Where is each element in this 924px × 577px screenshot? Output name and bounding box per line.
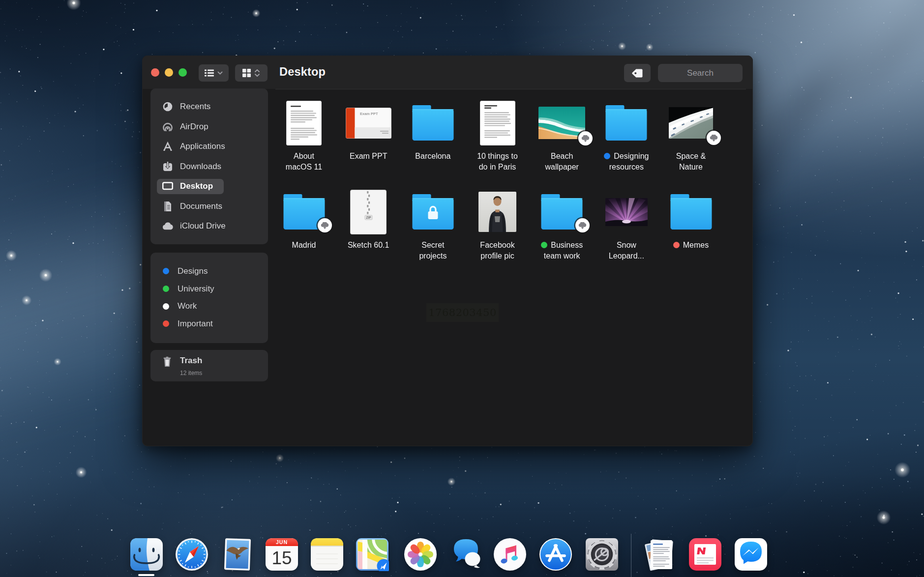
- file-name: Facebook: [480, 240, 514, 251]
- window-title: Desktop: [279, 65, 326, 79]
- dock-app-store[interactable]: [539, 538, 572, 571]
- file-item-space-nature[interactable]: Space &Nature: [660, 99, 721, 172]
- search-input[interactable]: Search: [658, 64, 743, 82]
- file-item-snow-leopard-[interactable]: SnowLeopard...: [596, 188, 657, 261]
- sidebar-item-label: Documents: [180, 202, 222, 211]
- dock-maps[interactable]: [356, 538, 389, 571]
- tag-label: University: [178, 284, 214, 294]
- sidebar-tag-designs[interactable]: Designs: [150, 262, 268, 280]
- zoom-button[interactable]: [179, 68, 187, 77]
- file-item-exam-ppt[interactable]: Exam PPT Exam PPT: [338, 99, 399, 162]
- dock-finder[interactable]: [130, 538, 163, 571]
- folder-icon: [539, 194, 584, 230]
- sidebar-item-trash[interactable]: Trash12 items: [150, 350, 268, 381]
- dock-documents-stack[interactable]: [644, 538, 677, 571]
- file-tag-dot: [604, 153, 610, 159]
- image-beach-icon: [538, 107, 585, 139]
- file-item-facebook-profile-pic[interactable]: Facebookprofile pic: [467, 188, 528, 261]
- tag-label: Work: [178, 301, 197, 311]
- documents-stack-icon: [644, 538, 677, 573]
- airdrop-icon: [162, 121, 173, 132]
- tag-color-dot: [163, 320, 169, 327]
- dock-calendar[interactable]: JUN 15: [265, 538, 298, 571]
- group-sort-button[interactable]: [235, 64, 268, 82]
- finder-window: Desktop Search Recents AirDrop Applicati…: [142, 56, 753, 446]
- chevron-down-icon: [217, 71, 223, 75]
- file-item-designing-resources[interactable]: Designingresources: [596, 99, 657, 172]
- dock-notes[interactable]: [310, 538, 344, 571]
- view-options-button[interactable]: [199, 64, 229, 82]
- messenger-icon: [734, 538, 768, 573]
- sidebar-item-label: Desktop: [180, 181, 213, 191]
- file-item-about-macos-11[interactable]: AboutmacOS 11: [273, 99, 334, 172]
- icloud-icon: [162, 221, 173, 231]
- file-item-business-team-work[interactable]: Businessteam work: [532, 188, 593, 261]
- sidebar-item-airdrop[interactable]: AirDrop: [150, 117, 268, 137]
- file-grid: 1768203450 AboutmacOS 11 Exam PPT Exam P…: [275, 89, 753, 446]
- tag-icon: [631, 68, 643, 78]
- sidebar-item-recents[interactable]: Recents: [150, 97, 268, 117]
- sidebar-tag-work[interactable]: Work: [150, 297, 268, 315]
- file-item-memes[interactable]: Memes: [660, 188, 721, 251]
- sidebar-tag-university[interactable]: University: [150, 280, 268, 298]
- file-item-secret-projects[interactable]: Secretprojects: [402, 188, 463, 261]
- sidebar-item-icloud-drive[interactable]: iCloud Drive: [150, 216, 268, 236]
- icloud-download-badge: [575, 218, 590, 232]
- dock-messenger[interactable]: [734, 538, 768, 571]
- zip-doc-icon: ZIP: [350, 190, 387, 234]
- minimize-button[interactable]: [165, 68, 173, 77]
- folder-lock-icon: [411, 194, 455, 230]
- icloud-download-badge: [707, 131, 721, 145]
- file-item-sketch-60-1[interactable]: ZIPSketch 60.1: [338, 188, 399, 251]
- doc-text2-icon: [480, 101, 515, 145]
- notes-icon: [310, 538, 344, 573]
- dock-separator: [631, 534, 631, 577]
- file-name: Exam PPT: [350, 151, 387, 162]
- file-name-line2: team work: [544, 251, 580, 261]
- file-name-line2: macOS 11: [286, 162, 322, 173]
- news-icon: [688, 538, 722, 573]
- tag-button[interactable]: [624, 64, 651, 82]
- file-item-barcelona[interactable]: Barcelona: [402, 99, 463, 162]
- photos-icon: [404, 538, 437, 573]
- tag-color-dot: [163, 286, 169, 292]
- file-item-madrid[interactable]: Madrid: [273, 188, 334, 251]
- file-name: 10 things to: [477, 151, 518, 162]
- recents-icon: [162, 101, 173, 112]
- calendar-icon: JUN 15: [265, 538, 298, 573]
- file-name-line2: projects: [419, 251, 447, 261]
- dock-itunes[interactable]: [493, 538, 527, 571]
- watermark: 1768203450: [426, 303, 499, 322]
- dock-safari[interactable]: [175, 538, 209, 571]
- trash-icon: [162, 356, 173, 367]
- dock-messages[interactable]: [450, 538, 484, 571]
- file-item-beach-wallpaper[interactable]: Beachwallpaper: [532, 99, 593, 172]
- sidebar-item-downloads[interactable]: Downloads: [150, 157, 268, 177]
- file-name: About: [294, 151, 314, 162]
- desktop: Desktop Search Recents AirDrop Applicati…: [0, 0, 924, 577]
- ppt-doc-icon: Exam PPT: [346, 108, 391, 139]
- file-name: Memes: [683, 240, 709, 251]
- sidebar-tag-important[interactable]: Important: [150, 315, 268, 333]
- close-button[interactable]: [151, 68, 159, 77]
- file-name-line2: profile pic: [480, 251, 514, 261]
- dock-preview[interactable]: [221, 538, 254, 571]
- grid-view-icon: [242, 69, 251, 77]
- dock-system-preferences[interactable]: [585, 538, 619, 571]
- sidebar-item-desktop[interactable]: Desktop: [150, 176, 268, 197]
- dock-news[interactable]: [688, 538, 722, 571]
- dock-photos[interactable]: [404, 538, 437, 571]
- finder-icon: [130, 538, 163, 573]
- sidebar-item-label: Recents: [180, 102, 210, 112]
- safari-icon: [175, 538, 209, 573]
- file-item-10-things-to-do-in-paris[interactable]: 10 things todo in Paris: [467, 99, 528, 172]
- image-portrait-icon: [478, 192, 516, 232]
- sidebar-item-documents[interactable]: Documents: [150, 197, 268, 217]
- file-name: Secret: [421, 240, 444, 251]
- file-name: Beach: [551, 151, 573, 162]
- chevron-updown-icon: [254, 69, 260, 77]
- sidebar-item-applications[interactable]: Applications: [150, 137, 268, 157]
- sidebar-tags: DesignsUniversityWorkImportant: [150, 253, 268, 343]
- settings-icon: [585, 538, 619, 573]
- trash-item-count: 12 items: [180, 370, 202, 376]
